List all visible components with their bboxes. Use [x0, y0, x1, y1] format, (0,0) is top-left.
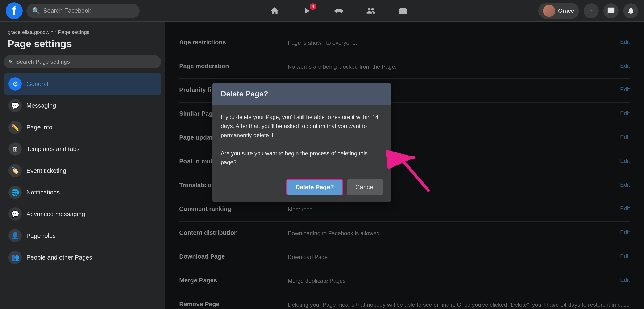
svg-rect-0: [399, 8, 407, 14]
sidebar-item-label: Messaging: [26, 102, 56, 109]
modal-overlay[interactable]: Delete Page? If you delete your Page, yo…: [165, 22, 644, 309]
page-info-icon: ✏️: [8, 121, 22, 134]
messaging-icon: 💬: [8, 99, 22, 112]
sidebar-item-notifications[interactable]: 🌐 Notifications: [4, 182, 161, 203]
sidebar-item-page-roles[interactable]: 👤 Page roles: [4, 225, 161, 247]
breadcrumb-parent[interactable]: grace.eliza.goodwin: [8, 29, 53, 35]
sidebar-item-page-info[interactable]: ✏️ Page info: [4, 116, 161, 138]
sidebar-item-messaging[interactable]: 💬 Messaging: [4, 95, 161, 116]
people-pages-icon: 👥: [8, 251, 22, 264]
sidebar-item-label: Templates and tabs: [26, 145, 80, 153]
sidebar-search[interactable]: 🔍: [4, 55, 161, 68]
search-icon: 🔍: [32, 7, 40, 15]
page-roles-icon: 👤: [8, 229, 22, 242]
ticketing-icon: 🏷️: [8, 164, 22, 177]
sidebar-item-label: Advanced messaging: [26, 211, 85, 218]
top-navigation: f 🔍 4: [0, 0, 644, 22]
sidebar-item-label: People and other Pages: [26, 254, 92, 261]
breadcrumb: grace.eliza.goodwin › Page settings: [4, 29, 161, 35]
nav-center: 4: [140, 2, 538, 19]
content-area: Age restrictions Page is shown to everyo…: [165, 22, 644, 309]
gear-icon: ⚙: [8, 77, 22, 90]
search-input[interactable]: [43, 7, 134, 14]
groups-nav-button[interactable]: [360, 2, 382, 19]
templates-icon: ⊞: [8, 142, 22, 156]
sidebar-search-icon: 🔍: [8, 60, 13, 64]
notifications-button[interactable]: [623, 3, 638, 18]
user-name: Grace: [558, 7, 574, 14]
sidebar-item-label: Notifications: [26, 189, 60, 196]
sidebar-item-label: General: [26, 80, 48, 88]
sidebar-item-templates-tabs[interactable]: ⊞ Templates and tabs: [4, 138, 161, 160]
avatar: [543, 5, 555, 17]
modal-delete-button[interactable]: Delete Page?: [286, 179, 343, 195]
sidebar-search-input[interactable]: [16, 58, 156, 65]
home-nav-button[interactable]: [264, 2, 286, 19]
search-bar[interactable]: 🔍: [26, 3, 140, 18]
gaming-nav-button[interactable]: [392, 2, 414, 19]
arrow-annotation: [358, 130, 453, 201]
facebook-logo: f: [6, 2, 23, 19]
sidebar: grace.eliza.goodwin › Page settings Page…: [0, 22, 165, 309]
breadcrumb-separator: ›: [55, 29, 56, 35]
sidebar-item-label: Page info: [26, 124, 52, 131]
nav-right: Grace +: [538, 3, 638, 19]
video-nav-button[interactable]: 4: [296, 2, 318, 19]
sidebar-item-label: Page roles: [26, 232, 56, 240]
breadcrumb-current: Page settings: [58, 29, 89, 35]
sidebar-item-event-ticketing[interactable]: 🏷️ Event ticketing: [4, 160, 161, 182]
store-nav-button[interactable]: [328, 2, 350, 19]
page-title: Page settings: [4, 38, 161, 49]
advanced-messaging-icon: 💬: [8, 207, 22, 221]
sidebar-item-people-other-pages[interactable]: 👥 People and other Pages: [4, 247, 161, 268]
modal-title: Delete Page?: [212, 83, 392, 105]
add-button[interactable]: +: [584, 3, 599, 18]
sidebar-item-label: Event ticketing: [26, 167, 66, 174]
user-chip[interactable]: Grace: [538, 3, 579, 19]
main-layout: grace.eliza.goodwin › Page settings Page…: [0, 22, 644, 309]
messenger-button[interactable]: [604, 3, 618, 18]
notifications-sidebar-icon: 🌐: [8, 186, 22, 199]
sidebar-item-advanced-messaging[interactable]: 💬 Advanced messaging: [4, 203, 161, 225]
video-badge: 4: [310, 3, 316, 10]
sidebar-item-general[interactable]: ⚙ General: [4, 73, 161, 95]
